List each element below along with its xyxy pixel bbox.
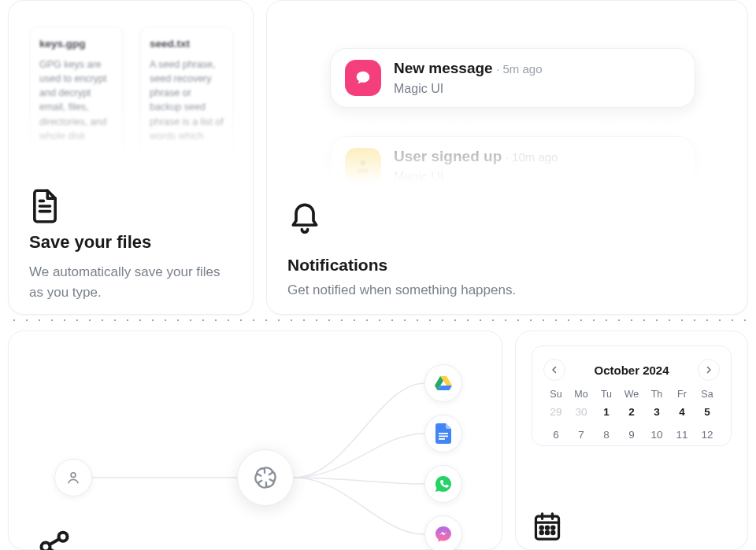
svg-point-24 — [540, 531, 543, 533]
svg-point-5 — [71, 473, 76, 478]
calendar-next-button[interactable] — [698, 359, 720, 381]
calendar-day[interactable]: 29 — [543, 406, 569, 418]
calendar-prev-button[interactable] — [543, 359, 565, 381]
calendar-title: October 2024 — [594, 364, 669, 377]
svg-point-21 — [540, 526, 543, 529]
integrations-card — [8, 330, 502, 550]
share-icon — [37, 530, 72, 550]
notif-time: 10m ago — [512, 150, 558, 164]
notification-item[interactable]: New message · 5m ago Magic UI — [330, 48, 695, 108]
notification-item[interactable]: Payment received · 15m ago Magic UI — [330, 221, 695, 240]
file-previews: keys.gpg GPG keys are used to encrypt an… — [29, 26, 234, 188]
cash-icon — [345, 233, 381, 240]
card-subtitle: We automatically save your files as you … — [29, 262, 234, 304]
notifications-card: New message · 5m ago Magic UI User signe… — [266, 0, 748, 315]
calendar-icon — [532, 510, 563, 543]
calendar-day[interactable]: 8 — [594, 429, 619, 441]
dotted-divider — [8, 319, 748, 321]
calendar-grid: 29 30 1 2 3 4 5 6 7 8 9 10 11 12 — [543, 406, 720, 441]
user-icon — [345, 148, 381, 184]
file-card: seed.txt A seed phrase, seed recovery ph… — [139, 26, 234, 188]
calendar-day[interactable]: 6 — [543, 429, 569, 441]
notif-time: 5m ago — [502, 62, 542, 76]
calendar-day[interactable]: 10 — [644, 429, 669, 441]
notification-stack: New message · 5m ago Magic UI User signe… — [287, 20, 727, 240]
google-drive-node[interactable] — [424, 364, 462, 402]
calendar-day[interactable]: 30 — [569, 406, 594, 418]
user-node[interactable] — [54, 459, 92, 496]
svg-point-26 — [552, 531, 554, 533]
notif-title: User signed up — [394, 148, 502, 164]
calendar-day[interactable]: 4 — [669, 406, 695, 418]
svg-point-22 — [546, 526, 548, 529]
calendar-card: October 2024 Su Mo Tu We Th Fr Sa 29 30 … — [515, 330, 748, 550]
calendar-day[interactable]: 7 — [569, 429, 594, 441]
calendar-day[interactable]: 3 — [644, 406, 669, 418]
calendar-day[interactable]: 12 — [695, 429, 720, 441]
calendar-day[interactable]: 11 — [669, 429, 695, 441]
notification-item[interactable]: User signed up · 10m ago Magic UI — [330, 136, 695, 196]
notif-title: New message — [394, 60, 493, 76]
calendar-day[interactable]: 5 — [695, 406, 720, 418]
calendar-day[interactable]: 1 — [594, 406, 619, 418]
card-title: Notifications — [287, 256, 727, 275]
file-card: keys.gpg GPG keys are used to encrypt an… — [29, 26, 124, 188]
card-subtitle: Get notified when something happens. — [287, 282, 727, 298]
svg-rect-10 — [439, 436, 448, 437]
svg-point-3 — [360, 161, 365, 166]
calendar-day[interactable]: 2 — [619, 406, 644, 418]
svg-point-23 — [552, 526, 554, 529]
file-name: seed.txt — [150, 38, 224, 50]
google-docs-node[interactable] — [424, 415, 462, 452]
svg-point-25 — [546, 531, 548, 533]
notif-time: 15m ago — [531, 235, 576, 240]
svg-rect-9 — [439, 433, 448, 434]
file-desc: GPG keys are used to encrypt and decrypt… — [39, 57, 113, 143]
calendar-weekdays: Su Mo Tu We Th Fr Sa — [543, 389, 720, 400]
save-files-card: keys.gpg GPG keys are used to encrypt an… — [8, 0, 254, 315]
card-title: Save your files — [29, 232, 234, 253]
file-desc: A seed phrase, seed recovery phrase or b… — [150, 57, 224, 143]
chat-icon — [345, 60, 381, 96]
notif-brand: Magic UI — [394, 170, 558, 184]
calendar: October 2024 Su Mo Tu We Th Fr Sa 29 30 … — [532, 345, 732, 446]
openai-node[interactable] — [237, 449, 294, 506]
svg-line-15 — [50, 539, 59, 544]
file-name: keys.gpg — [39, 38, 113, 50]
messenger-node[interactable] — [424, 515, 462, 550]
calendar-day[interactable]: 9 — [619, 429, 644, 441]
whatsapp-node[interactable] — [424, 465, 462, 503]
file-icon — [29, 188, 234, 224]
bell-icon — [287, 197, 322, 264]
notif-title: Payment received — [394, 233, 521, 240]
notif-brand: Magic UI — [394, 82, 543, 96]
svg-rect-11 — [439, 438, 445, 440]
